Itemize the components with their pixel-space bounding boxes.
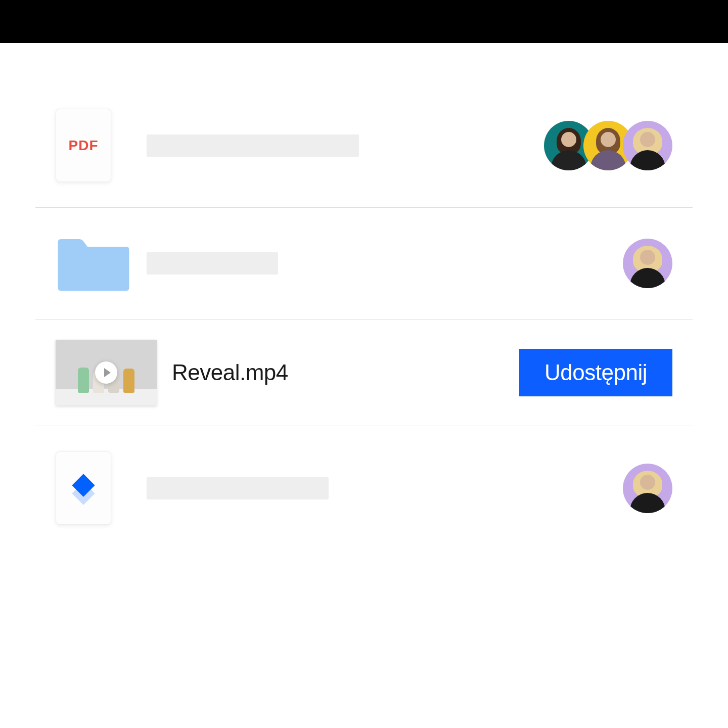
collaborators — [544, 121, 672, 170]
layers-icon — [72, 477, 95, 499]
avatar-group[interactable] — [623, 464, 672, 513]
play-icon[interactable] — [95, 361, 117, 384]
file-row-dropbox[interactable] — [35, 426, 693, 550]
file-icon-slot — [56, 451, 147, 525]
video-thumbnail[interactable] — [56, 340, 157, 405]
row-actions: Udostępnij — [519, 349, 672, 396]
filename-placeholder — [147, 477, 329, 499]
file-row-pdf[interactable]: PDF — [35, 83, 693, 208]
dropbox-file-icon — [56, 451, 111, 525]
avatar[interactable] — [623, 121, 672, 170]
top-bar — [0, 0, 728, 43]
file-icon-slot — [56, 340, 172, 405]
avatar-group[interactable] — [623, 239, 672, 288]
file-name: Reveal.mp4 — [172, 360, 288, 385]
file-icon-slot — [56, 233, 147, 294]
share-button[interactable]: Udostępnij — [519, 349, 672, 396]
file-row-folder[interactable] — [35, 208, 693, 320]
collaborators — [623, 464, 672, 513]
file-row-video[interactable]: Reveal.mp4 Udostępnij — [35, 320, 693, 426]
avatar[interactable] — [623, 239, 672, 288]
file-name-slot — [147, 252, 623, 275]
pdf-file-icon: PDF — [56, 109, 111, 182]
file-icon-slot: PDF — [56, 109, 147, 182]
file-name-slot — [147, 134, 544, 157]
file-list: PDF — [0, 43, 728, 550]
collaborators — [623, 239, 672, 288]
filename-placeholder — [147, 252, 278, 275]
file-name-slot — [147, 477, 623, 499]
file-name-slot: Reveal.mp4 — [172, 360, 519, 385]
avatar[interactable] — [623, 464, 672, 513]
avatar-group[interactable] — [544, 121, 672, 170]
folder-icon — [56, 233, 131, 294]
filename-placeholder — [147, 134, 359, 157]
pdf-label: PDF — [69, 138, 99, 154]
